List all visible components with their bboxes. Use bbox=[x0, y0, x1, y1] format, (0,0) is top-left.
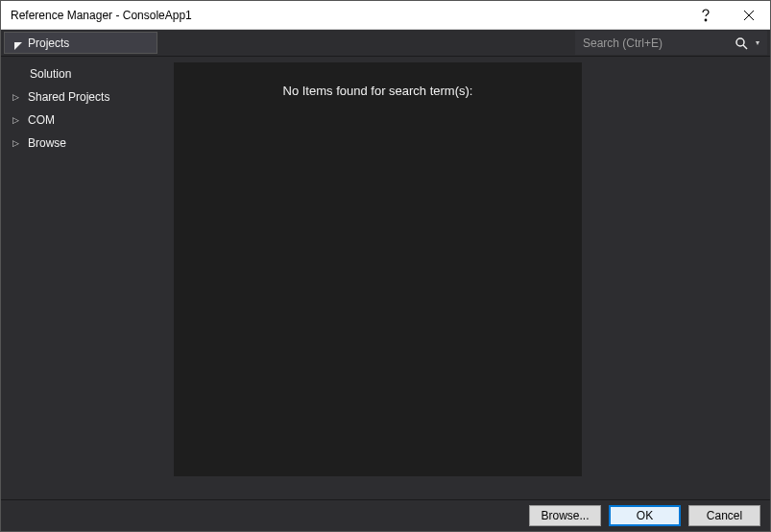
sidebar-item-label: Solution bbox=[30, 67, 71, 81]
sidebar-item-browse[interactable]: ▷ Browse bbox=[1, 132, 174, 155]
svg-marker-3 bbox=[14, 42, 22, 50]
search-dropdown-icon[interactable]: ▾ bbox=[756, 38, 759, 47]
chevron-right-icon: ▷ bbox=[11, 115, 20, 125]
dialog-body: Solution ▷ Shared Projects ▷ COM ▷ Brows… bbox=[1, 57, 770, 499]
tab-projects[interactable]: Projects bbox=[4, 32, 157, 54]
empty-message: No Items found for search term(s): bbox=[283, 84, 473, 476]
chevron-down-icon bbox=[14, 39, 22, 47]
browse-button[interactable]: Browse... bbox=[529, 505, 601, 526]
window-title: Reference Manager - ConsoleApp1 bbox=[1, 9, 684, 22]
svg-line-5 bbox=[743, 45, 747, 49]
search-box[interactable]: ▾ bbox=[575, 31, 767, 55]
toolbar: Projects ▾ bbox=[1, 30, 770, 57]
sidebar-item-label: Shared Projects bbox=[28, 90, 109, 104]
svg-point-0 bbox=[705, 19, 707, 21]
ok-button[interactable]: OK bbox=[609, 505, 681, 526]
search-icon[interactable] bbox=[735, 36, 748, 50]
tab-label: Projects bbox=[28, 36, 69, 50]
sidebar-item-label: Browse bbox=[28, 136, 66, 150]
results-pane: No Items found for search term(s): bbox=[174, 62, 582, 476]
reference-manager-dialog: Reference Manager - ConsoleApp1 Projects bbox=[0, 0, 771, 532]
details-pane bbox=[582, 57, 770, 499]
sidebar-item-shared-projects[interactable]: ▷ Shared Projects bbox=[1, 85, 174, 109]
help-button[interactable] bbox=[684, 1, 727, 30]
svg-point-4 bbox=[736, 38, 744, 46]
cancel-button[interactable]: Cancel bbox=[688, 505, 760, 526]
close-button[interactable] bbox=[727, 1, 770, 30]
sidebar-item-label: COM bbox=[28, 113, 55, 127]
dialog-footer: Browse... OK Cancel bbox=[1, 499, 770, 531]
chevron-right-icon: ▷ bbox=[11, 138, 20, 148]
sidebar-item-com[interactable]: ▷ COM bbox=[1, 109, 174, 132]
chevron-right-icon: ▷ bbox=[11, 92, 20, 102]
sidebar-item-solution[interactable]: Solution bbox=[1, 62, 174, 85]
search-input[interactable] bbox=[583, 36, 727, 50]
sidebar: Solution ▷ Shared Projects ▷ COM ▷ Brows… bbox=[1, 57, 174, 499]
title-bar: Reference Manager - ConsoleApp1 bbox=[1, 1, 770, 30]
